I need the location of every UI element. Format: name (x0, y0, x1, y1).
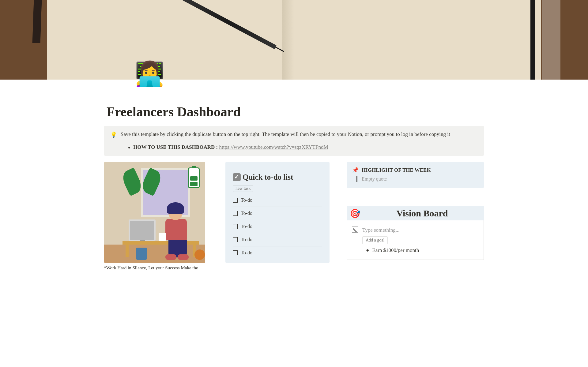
todo-item-label: To-do (241, 211, 252, 216)
illustration-image[interactable] (104, 162, 205, 263)
quote-block[interactable]: Empty quote (356, 176, 478, 182)
todo-checkbox[interactable] (233, 224, 238, 229)
cover-image (0, 0, 588, 80)
cover-pen (181, 0, 284, 52)
todo-checkbox[interactable] (233, 237, 238, 242)
callout-text: Save this template by clicking the dupli… (121, 131, 450, 137)
cover-pen-2 (530, 0, 535, 80)
todo-callout: Quick to-do list new task To-doTo-doTo-d… (225, 162, 330, 263)
image-caption[interactable]: “Work Hard in Silence, Let your Success … (104, 265, 208, 271)
todo-item[interactable]: To-do (233, 233, 322, 246)
todo-item-label: To-do (241, 250, 252, 256)
page-icon[interactable]: 👩‍💻 (135, 62, 159, 86)
todo-title-text: Quick to-do list (243, 173, 293, 182)
target-icon: 🎯 (350, 208, 360, 219)
todo-item-label: To-do (241, 237, 252, 242)
todo-item-label: To-do (241, 197, 252, 203)
callout-block[interactable]: 💡 Save this template by clicking the dup… (104, 126, 484, 156)
new-task-button[interactable]: new task (233, 185, 253, 192)
vision-prompt[interactable]: Type something... (362, 227, 400, 233)
cover-bookmark (32, 0, 42, 43)
howto-label: HOW TO USE THIS DASHBOARD : (133, 144, 218, 150)
highlight-heading[interactable]: 📌 HIGHLIGHT OF THE WEEK (352, 167, 478, 173)
vision-goal-1[interactable]: Earn $1000/per month (372, 247, 419, 253)
broken-image-icon (352, 227, 358, 233)
todo-checkbox[interactable] (233, 211, 238, 216)
vision-content: Type something... Add a goal ● Earn $100… (347, 220, 484, 260)
checkbox-icon (233, 173, 241, 181)
todo-item-label: To-do (241, 224, 252, 229)
highlight-callout: 📌 HIGHLIGHT OF THE WEEK Empty quote (347, 162, 484, 188)
todo-item[interactable]: To-do (233, 220, 322, 233)
pushpin-icon: 📌 (352, 167, 359, 173)
todo-item[interactable]: To-do (233, 246, 322, 259)
vision-heading-row[interactable]: 🎯 Vision Board (347, 206, 484, 220)
vision-title: Vision Board (364, 208, 481, 219)
lightbulb-icon: 💡 (110, 131, 117, 150)
howto-link[interactable]: https://www.youtube.com/watch?v=sqzXRYTF… (219, 144, 328, 150)
add-goal-button[interactable]: Add a goal (362, 236, 388, 244)
cover-ruler (542, 0, 560, 80)
bullet-icon: ● (366, 247, 369, 253)
todo-checkbox[interactable] (233, 250, 238, 255)
todo-item[interactable]: To-do (233, 207, 322, 220)
highlight-title-text: HIGHLIGHT OF THE WEEK (362, 167, 431, 173)
todo-checkbox[interactable] (233, 198, 238, 203)
todo-item[interactable]: To-do (233, 194, 322, 207)
todo-heading[interactable]: Quick to-do list (233, 173, 322, 182)
bullet-icon: ● (128, 145, 130, 150)
